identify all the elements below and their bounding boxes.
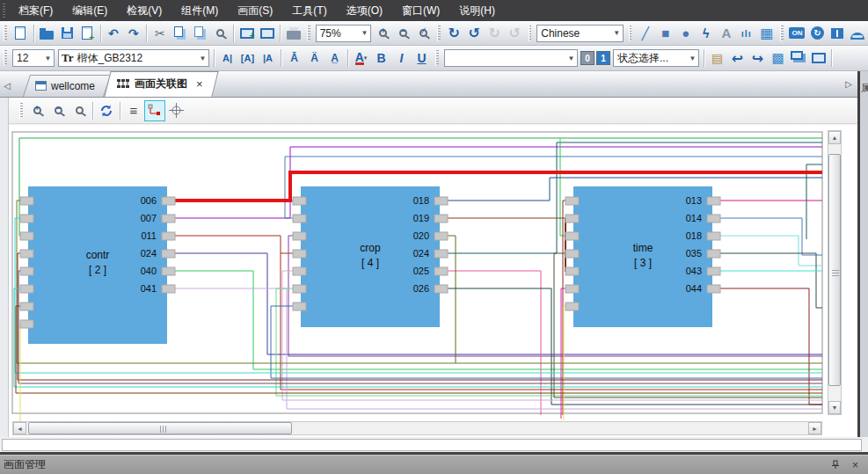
properties-button[interactable]: ▤ bbox=[707, 48, 727, 69]
menu-item[interactable]: 工具(T) bbox=[282, 0, 336, 21]
tab-close-icon[interactable]: × bbox=[196, 77, 203, 91]
line-style-button[interactable]: ≡ bbox=[123, 100, 144, 121]
menu-item[interactable]: 检视(V) bbox=[117, 0, 171, 21]
bold-button[interactable]: B bbox=[371, 48, 391, 69]
scroll-down-button[interactable]: ▼ bbox=[828, 401, 841, 414]
zoom-in-button[interactable]: + bbox=[373, 23, 393, 43]
font-color-button[interactable]: A▾ bbox=[351, 48, 371, 69]
menu-item[interactable]: 窗口(W) bbox=[392, 0, 449, 21]
open-folder-icon bbox=[40, 31, 54, 40]
pin-panel-button[interactable] bbox=[831, 460, 840, 470]
bar-meter-button[interactable] bbox=[828, 23, 848, 43]
undo-button[interactable]: ↶ bbox=[103, 23, 123, 43]
rotate-cw-button[interactable]: ↻ bbox=[444, 23, 464, 43]
line-tool-button[interactable]: ╱ bbox=[635, 23, 655, 43]
screen-manager-title: 画面管理 bbox=[4, 457, 46, 472]
ellipse-tool-button[interactable]: ● bbox=[675, 23, 696, 43]
new-file-button[interactable] bbox=[11, 23, 31, 43]
window-icon bbox=[35, 81, 47, 91]
menu-item[interactable]: 编辑(E) bbox=[62, 0, 117, 21]
grid-dots-button[interactable]: ▩ bbox=[768, 48, 788, 69]
underline-button[interactable]: U bbox=[412, 48, 432, 69]
close-panel-button[interactable]: × bbox=[852, 459, 858, 471]
table-tool-button[interactable]: ▦ bbox=[756, 23, 777, 43]
scroll-left-button[interactable]: ◄ bbox=[13, 422, 26, 434]
polygon-tool-button[interactable]: ϟ bbox=[696, 23, 716, 43]
refresh-icon bbox=[99, 104, 113, 118]
menu-item[interactable]: 画面(S) bbox=[228, 0, 282, 21]
vertical-scrollbar[interactable]: ▲ ▼ bbox=[828, 130, 842, 415]
redo-button[interactable]: ↷ bbox=[123, 23, 143, 43]
font-size-select[interactable]: 12 ▼ bbox=[12, 49, 55, 67]
next-screen-button[interactable]: ↪ bbox=[748, 48, 768, 69]
save-as-button[interactable] bbox=[77, 23, 98, 43]
find-button[interactable] bbox=[210, 23, 230, 43]
pin bbox=[434, 285, 448, 293]
print-button[interactable] bbox=[283, 23, 303, 43]
diagram-zoom-out-button[interactable]: − bbox=[47, 100, 69, 121]
tab-wellcome[interactable]: wellcome bbox=[26, 75, 107, 97]
text-tool-button[interactable]: A bbox=[716, 23, 736, 43]
paste-icon bbox=[194, 26, 203, 37]
zoom-level-select[interactable]: 75% ▼ bbox=[316, 25, 371, 42]
new-screen-button[interactable] bbox=[237, 23, 257, 43]
tab-scroll-right-button[interactable]: ▷ bbox=[842, 72, 856, 95]
rect-tool-button[interactable]: ■ bbox=[655, 23, 675, 43]
menu-item[interactable]: 选项(O) bbox=[337, 0, 392, 21]
state-0-button[interactable]: 0 bbox=[580, 51, 594, 65]
diagram-zoom-in-button[interactable]: + bbox=[26, 100, 47, 121]
rotate-ccw-button[interactable]: ↺ bbox=[464, 23, 485, 43]
diagram-canvas[interactable]: contr[ 2 ]006007011024040041crop[ 4 ]018… bbox=[9, 125, 857, 437]
tab-scroll-left-button[interactable]: ◁ bbox=[0, 74, 14, 97]
menu-item[interactable]: 档案(F) bbox=[9, 0, 62, 21]
diagram-zoom-button[interactable] bbox=[69, 100, 90, 121]
menu-item[interactable]: 组件(M) bbox=[171, 0, 228, 21]
switch-object-button[interactable]: ON bbox=[787, 23, 807, 43]
zoom-out-button[interactable]: − bbox=[393, 23, 413, 43]
screen-manager-bar[interactable]: 画面管理 × bbox=[0, 455, 868, 474]
font-name-select[interactable]: Tr 楷体_GB2312 ▼ bbox=[58, 49, 209, 67]
scale-tool-button[interactable]: ılı bbox=[736, 23, 756, 43]
language-select[interactable]: Chinese ▼ bbox=[536, 25, 623, 42]
tile-screens-button[interactable] bbox=[788, 48, 808, 69]
align-left-button[interactable]: A| bbox=[217, 48, 237, 69]
menu-item[interactable]: 说明(H) bbox=[449, 0, 505, 21]
tab-relationship-diagram[interactable]: 画面关联图 × bbox=[107, 71, 215, 97]
align-center-button[interactable]: [A] bbox=[237, 48, 258, 69]
align-right-button[interactable]: |A bbox=[258, 48, 278, 69]
open-screen-button[interactable] bbox=[257, 23, 277, 43]
horizontal-scroll-thumb[interactable] bbox=[28, 422, 292, 434]
center-view-button[interactable] bbox=[165, 100, 186, 121]
copy-button[interactable] bbox=[170, 23, 190, 43]
open-button[interactable] bbox=[37, 23, 57, 43]
horizontal-scrollbar[interactable]: ◄ ► bbox=[12, 421, 822, 435]
right-dock-strip[interactable]: 属 bbox=[857, 71, 868, 452]
state-selector[interactable]: 状态选择... ▼ bbox=[613, 49, 699, 67]
save-button[interactable] bbox=[57, 23, 77, 43]
screen-add-icon bbox=[240, 28, 254, 39]
italic-button[interactable]: I bbox=[391, 48, 412, 69]
toolbar-grip bbox=[437, 26, 441, 41]
font-attribute-select[interactable]: ▼ bbox=[444, 49, 578, 67]
menu-bar: 档案(F)编辑(E)检视(V)组件(M)画面(S)工具(T)选项(O)窗口(W)… bbox=[0, 0, 868, 21]
state-1-button[interactable]: 1 bbox=[596, 51, 610, 65]
vertical-scroll-thumb[interactable] bbox=[828, 154, 841, 386]
paste-button[interactable] bbox=[190, 23, 210, 43]
previous-screen-button[interactable]: ↩ bbox=[727, 48, 748, 69]
pin-label: 026 bbox=[413, 283, 429, 294]
gauge-button[interactable] bbox=[848, 23, 868, 43]
route-mode-button[interactable] bbox=[144, 100, 165, 121]
full-screen-button[interactable] bbox=[808, 48, 828, 69]
toggle-object-button[interactable]: ↻ bbox=[807, 23, 828, 43]
scroll-up-button[interactable]: ▲ bbox=[828, 131, 841, 144]
valign-middle-button[interactable]: Ä bbox=[304, 48, 325, 69]
crosshair-icon bbox=[169, 103, 184, 118]
cut-button[interactable]: ✂ bbox=[150, 23, 170, 43]
valign-top-button[interactable]: Ā bbox=[284, 48, 304, 69]
valign-bottom-button[interactable]: A̲ bbox=[325, 48, 345, 69]
relationship-canvas[interactable]: contr[ 2 ]006007011024040041crop[ 4 ]018… bbox=[9, 125, 857, 437]
zoom-reset-button[interactable]: ∕ bbox=[413, 23, 434, 43]
pin bbox=[162, 232, 175, 240]
refresh-button[interactable] bbox=[96, 100, 117, 121]
scroll-right-button[interactable]: ► bbox=[808, 422, 821, 434]
